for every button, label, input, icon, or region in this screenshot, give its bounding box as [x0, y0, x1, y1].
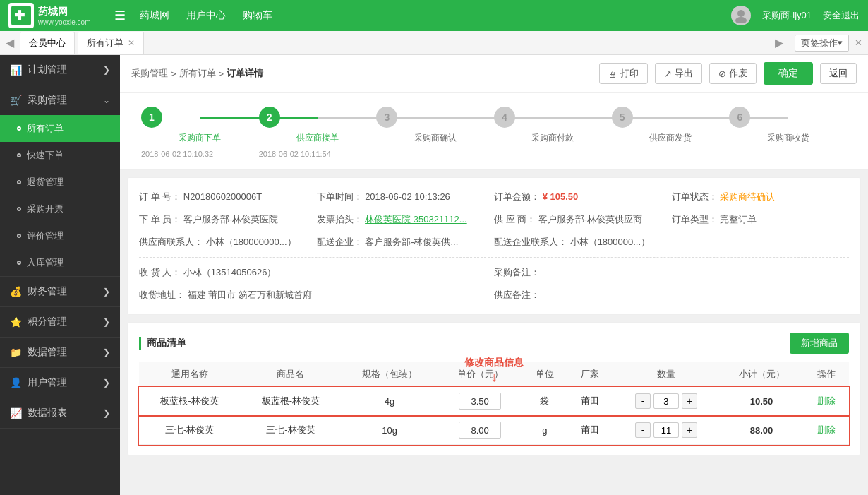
receiver-label: 收 货 人：: [139, 267, 181, 278]
discard-icon: ⊘: [718, 68, 726, 79]
users-label: 用户管理: [28, 376, 67, 389]
sidebar-item-invoice[interactable]: 采购开票: [0, 196, 120, 222]
breadcrumb-purchase: 采购管理: [131, 67, 168, 80]
order-info-section: 订 单 号： N2018060200006T 下单时间： 2018-06-02 …: [127, 177, 861, 315]
add-product-button[interactable]: 新增商品: [790, 333, 849, 354]
chevron-down-icon: ⌄: [103, 95, 110, 105]
confirm-button[interactable]: 确定: [764, 62, 813, 85]
delete-btn-2[interactable]: 删除: [817, 424, 836, 435]
address-value: 福建 莆田市 笏石万和新城首府: [188, 290, 312, 300]
sidebar-item-reports[interactable]: 📈 数据报表 ❯: [0, 398, 120, 428]
buyer-cell: 下 单 员： 客户服务部-林俊英医院: [139, 210, 317, 229]
price-input-2[interactable]: [459, 422, 501, 439]
tab-next-btn[interactable]: ▶: [775, 36, 783, 49]
receiver-value: 小林（13514050626）: [183, 267, 277, 278]
logo: ✚ 药城网 www.yooxie.com: [8, 3, 100, 28]
breadcrumb-toolbar-row: 采购管理 > 所有订单 > 订单详情 🖨 打印 ↗ 导出 ⊘ 作废: [120, 55, 868, 93]
finance-icon: 💰: [10, 286, 22, 297]
supplier-note-cell: 供应备注：: [494, 286, 849, 304]
sidebar-item-quick-order[interactable]: 快速下单: [0, 142, 120, 169]
qty-minus-1[interactable]: -: [635, 393, 651, 409]
nav-link-pharmacy[interactable]: 药城网: [140, 9, 169, 22]
cell-qty-1: - +: [613, 387, 719, 416]
qty-input-1[interactable]: [653, 393, 679, 409]
nav-link-cart[interactable]: 购物车: [243, 9, 272, 22]
order-type-label: 订单类型：: [672, 214, 718, 225]
sidebar-item-review[interactable]: 评价管理: [0, 222, 120, 249]
sidebar-section-points: ⭐ 积分管理 ❯: [0, 307, 120, 338]
amount-value: ¥ 105.50: [543, 191, 579, 202]
sidebar-section-users: 👤 用户管理 ❯: [0, 368, 120, 398]
receiver-cell: 收 货 人： 小林（13514050626）: [139, 263, 494, 282]
delivery-cell: 配送企业： 客户服务部-林俊英供...: [317, 233, 495, 251]
invoice-value[interactable]: 林俊英医院 350321112...: [365, 214, 467, 225]
step-circle-2: 2: [259, 107, 280, 128]
svg-text:✚: ✚: [14, 8, 25, 23]
order-type-cell: 订单类型： 完整订单: [672, 210, 850, 229]
return-button[interactable]: 返回: [820, 63, 857, 84]
finance-label: 财务管理: [28, 285, 67, 298]
qty-control-2: - +: [620, 422, 712, 438]
step-circle-3: 3: [376, 107, 397, 128]
discard-button[interactable]: ⊘ 作废: [709, 63, 757, 84]
sidebar-item-finance[interactable]: 💰 财务管理 ❯: [0, 277, 120, 306]
dot-icon: [17, 207, 21, 211]
qty-plus-2[interactable]: +: [682, 422, 697, 438]
step-circle-1: 1: [141, 107, 162, 128]
sidebar-item-points[interactable]: ⭐ 积分管理 ❯: [0, 307, 120, 337]
sidebar-section-plan: 📊 计划管理 ❯: [0, 55, 120, 85]
supplier-cell: 供 应 商： 客户服务部-林俊英供应商: [494, 210, 672, 229]
page-op-button[interactable]: 页签操作▾: [795, 35, 849, 52]
svg-point-2: [737, 10, 745, 17]
sidebar-item-plan[interactable]: 📊 计划管理 ❯: [0, 55, 120, 85]
chevron-right-icon: ❯: [103, 287, 110, 297]
invoice-label: 采购开票: [27, 203, 64, 215]
users-icon: 👤: [10, 377, 22, 388]
sidebar-item-data[interactable]: 📁 数据管理 ❯: [0, 338, 120, 367]
cell-unit-1: 袋: [522, 387, 567, 416]
step-2: 2 供应商接单: [259, 107, 377, 144]
sidebar-purchase-header[interactable]: 🛒 采购管理 ⌄: [0, 85, 120, 115]
chevron-right-icon: ❯: [103, 317, 110, 327]
purchase-note-label: 采购备注：: [494, 267, 540, 278]
step-6: 6 采购商收货: [729, 107, 847, 144]
tab-member-center[interactable]: 会员中心: [20, 32, 75, 54]
dot-icon: [17, 234, 21, 238]
buyer-value: 客户服务部-林俊英医院: [183, 214, 278, 225]
col-qty: 数量: [613, 362, 719, 387]
tab-prev-btn[interactable]: ◀: [6, 36, 14, 49]
sidebar-section-data: 📁 数据管理 ❯: [0, 338, 120, 368]
tab-all-orders[interactable]: 所有订单 ✕: [78, 32, 144, 54]
nav-link-user[interactable]: 用户中心: [186, 9, 226, 22]
all-orders-label: 所有订单: [27, 122, 64, 135]
amount-label: 订单金额：: [494, 191, 540, 202]
export-button[interactable]: ↗ 导出: [655, 63, 702, 84]
sidebar-item-return[interactable]: 退货管理: [0, 169, 120, 196]
tab-close-icon[interactable]: ✕: [128, 38, 135, 48]
order-time-label: 下单时间：: [317, 191, 363, 202]
step-time-1: 2018-06-02 10:10:32: [141, 150, 259, 158]
sidebar-item-storage[interactable]: 入库管理: [0, 249, 120, 276]
step-label-6: 采购商收货: [767, 132, 809, 144]
plan-label: 计划管理: [28, 64, 67, 76]
storage-label: 入库管理: [27, 256, 64, 269]
step-label-4: 采购商付款: [531, 132, 574, 144]
qty-plus-1[interactable]: +: [682, 393, 697, 409]
price-input-1[interactable]: [459, 393, 501, 410]
chevron-right-icon: ❯: [103, 408, 110, 418]
supplier-contact-label: 供应商联系人：: [139, 237, 203, 247]
hamburger-icon[interactable]: ☰: [114, 8, 126, 23]
cell-action-2: 删除: [804, 416, 849, 445]
sidebar-item-all-orders[interactable]: 所有订单: [0, 115, 120, 142]
delete-btn-1[interactable]: 删除: [817, 395, 836, 406]
tab-close-all-icon[interactable]: ✕: [855, 37, 862, 48]
print-button[interactable]: 🖨 打印: [599, 63, 648, 84]
sidebar-item-users[interactable]: 👤 用户管理 ❯: [0, 368, 120, 398]
order-no-label: 订 单 号：: [139, 191, 181, 202]
steps-row: 1 采购商下单 2 供应商接单 3: [141, 107, 847, 144]
step-5: 5 供应商发货: [612, 107, 730, 144]
logout-button[interactable]: 安全退出: [823, 9, 860, 22]
top-nav: ✚ 药城网 www.yooxie.com ☰ 药城网 用户中心 购物车 采购商-…: [0, 0, 868, 31]
qty-minus-2[interactable]: -: [635, 422, 651, 438]
qty-input-2[interactable]: [653, 422, 679, 438]
